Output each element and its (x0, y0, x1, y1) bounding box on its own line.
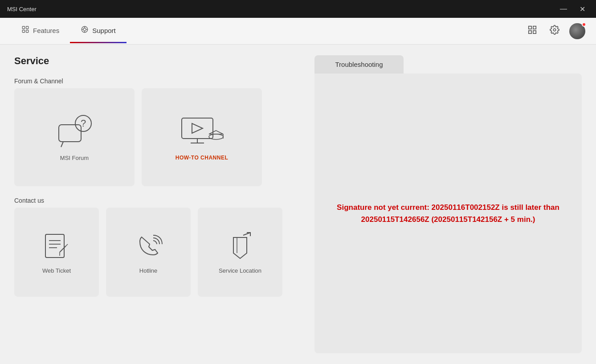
grid-view-button[interactable] (525, 22, 540, 40)
navbar: Features Support (0, 18, 596, 45)
svg-rect-1 (26, 26, 29, 29)
svg-rect-3 (26, 30, 29, 33)
hotline-label: Hotline (139, 267, 157, 274)
titlebar: MSI Center — ✕ (0, 0, 596, 18)
svg-rect-2 (22, 30, 24, 33)
contact-us-section: Contact us (14, 197, 304, 297)
troubleshooting-content: Signature not yet current: 20250116T0021… (314, 74, 582, 353)
svg-line-32 (66, 244, 68, 246)
forum-channel-section: Forum & Channel ? MSI Forum (14, 78, 304, 186)
nav-tabs: Features Support (11, 18, 127, 44)
main-content: Service Forum & Channel ? (0, 45, 596, 364)
troubleshooting-tab[interactable]: Troubleshooting (314, 55, 404, 74)
svg-rect-10 (529, 26, 531, 29)
svg-point-14 (553, 29, 556, 31)
svg-line-30 (60, 246, 66, 252)
how-to-channel-card[interactable]: HOW-TO CHANNEL (142, 88, 262, 186)
service-heading: Service (14, 55, 304, 67)
service-location-card[interactable]: Service Location (198, 208, 282, 297)
service-location-label: Service Location (219, 267, 261, 274)
svg-marker-22 (209, 131, 223, 134)
contact-us-heading: Contact us (14, 197, 304, 204)
location-pin-icon (225, 231, 256, 262)
support-icon (81, 25, 89, 35)
features-icon (21, 25, 29, 35)
svg-text:?: ? (81, 118, 86, 129)
svg-rect-13 (533, 31, 536, 33)
svg-rect-19 (182, 118, 213, 139)
document-edit-icon (41, 231, 72, 262)
svg-rect-15 (59, 125, 81, 142)
error-message: Signature not yet current: 20250116T0021… (325, 201, 571, 225)
svg-rect-0 (22, 26, 24, 29)
right-panel: Troubleshooting Signature not yet curren… (314, 55, 582, 353)
svg-marker-20 (192, 123, 203, 133)
svg-point-21 (209, 134, 223, 139)
web-ticket-label: Web Ticket (42, 267, 71, 274)
svg-point-5 (83, 28, 86, 31)
tab-features[interactable]: Features (11, 18, 70, 44)
how-to-channel-label: HOW-TO CHANNEL (176, 155, 229, 161)
tab-support[interactable]: Support (70, 18, 127, 44)
left-panel: Service Forum & Channel ? (14, 55, 304, 353)
svg-line-16 (61, 142, 63, 147)
settings-button[interactable] (547, 22, 562, 40)
forum-cards-row: ? MSI Forum (14, 88, 304, 186)
features-label: Features (33, 27, 59, 34)
nav-right (525, 22, 585, 40)
hotline-card[interactable]: Hotline (106, 208, 191, 297)
gear-icon (550, 25, 559, 35)
svg-rect-26 (45, 234, 64, 258)
forum-channel-heading: Forum & Channel (14, 78, 304, 85)
app-title: MSI Center (7, 6, 37, 12)
avatar[interactable] (569, 23, 585, 39)
msi-forum-card[interactable]: ? MSI Forum (14, 88, 135, 186)
svg-rect-11 (533, 26, 536, 29)
phone-call-icon (133, 231, 164, 262)
video-play-icon (180, 114, 224, 149)
web-ticket-card[interactable]: Web Ticket (14, 208, 99, 297)
avatar-notification-dot (582, 22, 586, 27)
msi-forum-label: MSI Forum (60, 155, 89, 161)
window-controls: — ✕ (556, 3, 589, 15)
svg-rect-12 (529, 31, 531, 33)
chat-question-icon: ? (54, 114, 94, 149)
minimize-button[interactable]: — (556, 3, 571, 15)
contact-cards-row: Web Ticket Hotline (14, 208, 304, 297)
close-button[interactable]: ✕ (576, 3, 589, 15)
grid-icon (527, 25, 537, 35)
support-label: Support (92, 27, 116, 34)
